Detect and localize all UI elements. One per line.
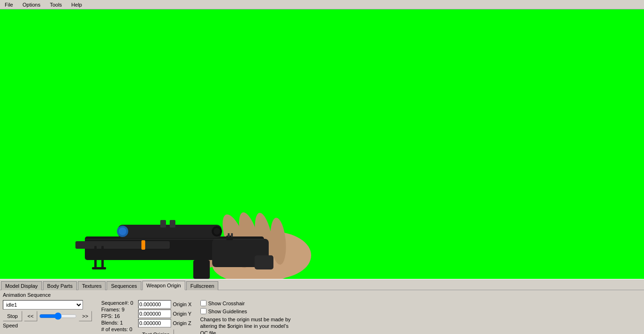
- sequence-row: idle1: [3, 300, 92, 310]
- stop-button[interactable]: Stop: [3, 311, 22, 321]
- svg-rect-8: [75, 241, 170, 249]
- show-guidelines-label: Show Guidelines: [208, 309, 248, 314]
- blends-info: Blends: 1: [101, 320, 133, 326]
- svg-rect-18: [92, 267, 106, 269]
- tab-sequences[interactable]: Sequences: [107, 281, 141, 290]
- svg-rect-20: [255, 255, 273, 269]
- origin-y-input[interactable]: [138, 310, 171, 318]
- svg-rect-25: [228, 233, 230, 237]
- origin-x-row: Origin X: [138, 300, 196, 309]
- viewport: [0, 9, 644, 279]
- speed-slider[interactable]: [39, 313, 77, 319]
- animation-sequence-label: Animation Sequence: [3, 292, 641, 298]
- origin-z-row: Origin Z: [138, 319, 196, 327]
- events-info: # of events: 0: [101, 326, 133, 332]
- origin-z-label: Origin Z: [173, 320, 196, 326]
- bottom-panel: Animation Sequence idle1 Stop << >> Spee…: [0, 290, 644, 334]
- svg-point-11: [119, 228, 126, 235]
- origin-x-label: Origin X: [173, 301, 196, 307]
- svg-rect-9: [118, 225, 222, 238]
- origin-col: Origin X Origin Y Origin Z Test Origins: [138, 300, 196, 334]
- frames-info: Frames: 9: [101, 307, 133, 312]
- speed-label-row: Speed: [3, 323, 92, 328]
- origin-x-input[interactable]: [138, 300, 171, 309]
- svg-rect-16: [94, 246, 97, 269]
- origin-y-label: Origin Y: [173, 311, 196, 317]
- sequence-num: Sequence#: 0: [101, 300, 133, 306]
- left-section: idle1 Stop << >> Speed: [3, 300, 92, 328]
- bottom-main: idle1 Stop << >> Speed Sequence#: 0 Fram…: [3, 300, 641, 334]
- forward-button[interactable]: >>: [79, 311, 92, 321]
- svg-rect-22: [141, 240, 145, 250]
- rewind-button[interactable]: <<: [24, 311, 37, 321]
- menu-help[interactable]: Help: [68, 1, 85, 8]
- tab-textures[interactable]: Textures: [78, 281, 106, 290]
- origin-note: Changes to the origin must be made by al…: [200, 316, 295, 334]
- svg-rect-17: [101, 246, 104, 269]
- test-origins-row: Test Origins: [138, 328, 196, 334]
- svg-rect-21: [193, 260, 210, 279]
- origin-z-input[interactable]: [138, 319, 171, 327]
- menu-options[interactable]: Options: [20, 1, 43, 8]
- show-crosshair-label: Show Crosshair: [208, 301, 245, 306]
- show-guidelines-row: Show Guidelines: [200, 308, 295, 314]
- show-crosshair-checkbox[interactable]: [200, 300, 206, 306]
- svg-rect-15: [170, 220, 175, 228]
- menu-file[interactable]: File: [2, 1, 16, 8]
- tab-weapon-origin[interactable]: Weapon Origin: [142, 281, 185, 290]
- test-origins-button[interactable]: Test Origins: [138, 329, 174, 334]
- menu-tools[interactable]: Tools: [47, 1, 65, 8]
- menubar: File Options Tools Help: [0, 0, 644, 9]
- sequence-dropdown[interactable]: idle1: [3, 300, 83, 310]
- svg-rect-26: [231, 233, 233, 237]
- tab-fullscreen[interactable]: Fullscreen: [186, 281, 219, 290]
- info-col: Sequence#: 0 Frames: 9 FPS: 16 Blends: 1…: [101, 300, 133, 332]
- show-crosshair-row: Show Crosshair: [200, 300, 295, 306]
- origin-y-row: Origin Y: [138, 310, 196, 318]
- tab-model-display[interactable]: Model Display: [1, 281, 42, 290]
- tab-body-parts[interactable]: Body Parts: [43, 281, 77, 290]
- show-guidelines-checkbox[interactable]: [200, 308, 206, 314]
- svg-rect-14: [160, 220, 166, 228]
- playback-row: Stop << >>: [3, 311, 92, 321]
- speed-label: Speed: [3, 323, 18, 328]
- fps-info: FPS: 16: [101, 313, 133, 319]
- svg-point-13: [214, 228, 220, 235]
- tabbar: Model Display Body Parts Textures Sequen…: [0, 279, 644, 290]
- weapon-display: [47, 147, 330, 279]
- check-col: Show Crosshair Show Guidelines Changes t…: [200, 300, 295, 334]
